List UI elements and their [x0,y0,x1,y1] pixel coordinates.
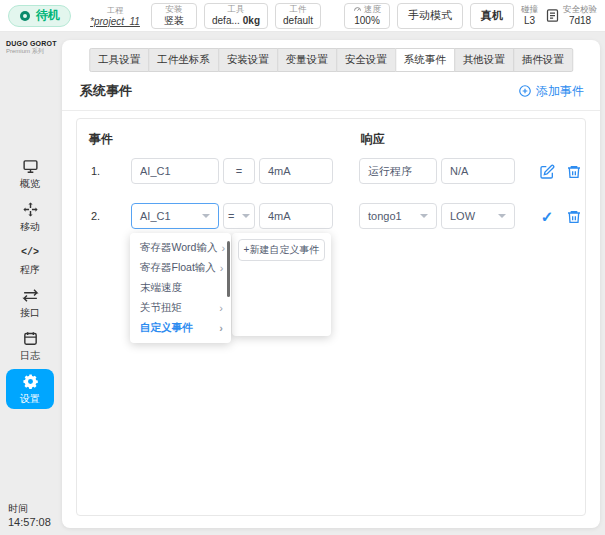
row1-event-source-input[interactable] [131,158,219,184]
sidebar-item-label: 概览 [20,177,40,191]
gear-icon [22,373,39,390]
dropdown-item-tcp-speed[interactable]: 末端速度 [130,278,231,298]
dropdown-item-register-float-input[interactable]: 寄存器Float输入 › [130,258,231,278]
chevron-down-icon [498,214,506,218]
real-machine-button[interactable]: 真机 [470,3,514,29]
sidebar: DUGO GOROT Premium 系列 概览 移动 </> 程序 接口 [0,32,60,535]
tab-safety-settings[interactable]: 安全设置 [336,48,396,72]
sidebar-item-overview[interactable]: 概览 [6,154,54,194]
tab-install-settings[interactable]: 安装设置 [218,48,278,72]
workpiece-selector[interactable]: 工件 default [275,3,321,29]
sidebar-item-interface[interactable]: 接口 [6,283,54,323]
project-name: *project_11 [86,16,144,27]
dropdown-item-label: 末端速度 [140,281,182,295]
content-header: 系统事件 添加事件 [80,80,584,102]
logo-subtitle: Premium 系列 [6,48,58,55]
new-custom-event-button[interactable]: +新建自定义事件 [238,239,325,261]
chevron-down-icon [242,214,250,218]
time-value: 14:57:08 [8,515,51,529]
sidebar-item-settings[interactable]: 设置 [6,369,54,409]
chevron-down-icon [202,214,210,218]
safety-code: 7d18 [563,15,597,28]
safety-check-indicator[interactable]: 安全校验 7d18 [545,4,597,27]
chevron-right-icon: › [219,302,223,314]
row2-operator-select[interactable]: = [223,203,255,229]
sidebar-item-label: 接口 [20,306,40,320]
edit-pencil-icon [539,164,555,180]
trash-icon [566,164,582,180]
row2-confirm-button[interactable]: ✓ [537,207,557,227]
dropdown-item-register-word-input[interactable]: 寄存器Word输入 › [130,238,231,258]
dropdown-item-joint-torque[interactable]: 关节扭矩 › [130,298,231,318]
collision-indicator[interactable]: 碰撞 L3 [521,4,538,27]
safety-doc-icon [545,8,560,23]
column-header-response: 响应 [361,131,385,148]
column-header-event: 事件 [89,131,113,148]
sidebar-item-program[interactable]: </> 程序 [6,240,54,280]
tool-label: 工具 [228,5,245,15]
header-divider [62,110,600,111]
project-selector[interactable]: 工程 *project_11 [86,5,144,27]
event-source-dropdown-menu: 寄存器Word输入 › 寄存器Float输入 › 末端速度 关节扭矩 › 自定义… [130,233,231,343]
speed-selector[interactable]: 速度 100% [344,3,390,29]
dropdown-item-custom-event[interactable]: 自定义事件 › [130,318,231,338]
row2-delete-button[interactable] [564,207,584,227]
sidebar-item-log[interactable]: 日志 [6,326,54,366]
row2-response-param-value: LOW [450,210,475,222]
row2-response-action-select[interactable]: tongo1 [359,203,437,229]
tab-other-settings[interactable]: 其他设置 [454,48,514,72]
dropdown-scrollbar[interactable] [227,241,230,297]
swap-arrows-icon [22,287,39,304]
sidebar-item-label: 日志 [20,349,40,363]
robot-status-badge[interactable]: 待机 [8,5,71,27]
add-event-button[interactable]: 添加事件 [518,83,584,100]
row2-response-action-value: tongo1 [368,210,402,222]
row1-delete-button[interactable] [564,162,584,182]
row1-value-field[interactable]: 4mA [259,158,333,184]
row1-response-param-field[interactable]: N/A [441,158,515,184]
move-arrows-icon [22,201,39,218]
tool-selector[interactable]: 工具 defa... 0kg [204,3,268,29]
safety-label: 安全校验 [563,4,597,15]
row2-event-source-select[interactable]: AI_C1 [131,203,219,229]
tab-system-events[interactable]: 系统事件 [395,48,455,72]
row1-edit-button[interactable] [537,162,557,182]
row2-value-input[interactable] [259,203,333,229]
event-row-editing: 2. AI_C1 = tongo1 LOW ✓ [77,203,585,231]
row2-event-source-value: AI_C1 [140,210,171,222]
custom-event-submenu: +新建自定义事件 [232,233,331,336]
chevron-right-icon: › [221,242,225,254]
settings-tabs: 工具设置 工件坐标系 安装设置 变量设置 安全设置 系统事件 其他设置 插件设置 [89,48,573,72]
row1-response-action-field[interactable]: 运行程序 [359,158,437,184]
chevron-right-icon: › [219,322,223,334]
manual-mode-button[interactable]: 手动模式 [397,3,463,29]
app-logo: DUGO GOROT Premium 系列 [0,32,60,56]
tab-variable-settings[interactable]: 变量设置 [277,48,337,72]
install-selector[interactable]: 安装 竖装 [151,3,197,29]
row1-operator-field[interactable]: = [223,158,255,184]
install-label: 安装 [166,5,183,15]
chevron-right-icon: › [220,262,224,274]
tab-workpiece-coordinates[interactable]: 工件坐标系 [148,48,219,72]
row-index: 1. [91,165,100,177]
dropdown-item-label: 自定义事件 [140,321,193,335]
monitor-icon [22,158,39,175]
speed-label: 速度 [364,5,381,15]
workpiece-value: default [283,15,313,27]
project-label: 工程 [86,5,144,16]
robot-status-text: 待机 [36,7,60,24]
event-row: 1. = 4mA 运行程序 N/A [77,158,585,186]
row-index: 2. [91,210,100,222]
sidebar-item-move[interactable]: 移动 [6,197,54,237]
trash-icon [566,209,582,225]
tab-tool-settings[interactable]: 工具设置 [89,48,149,72]
row2-response-param-select[interactable]: LOW [441,203,515,229]
tool-weight: 0kg [243,15,260,27]
clock: 时间 14:57:08 [8,502,51,529]
tab-plugin-settings[interactable]: 插件设置 [513,48,573,72]
time-label: 时间 [8,502,51,515]
install-value: 竖装 [164,15,184,27]
dropdown-item-label: 寄存器Word输入 [140,241,217,255]
page-title: 系统事件 [80,82,132,100]
chevron-down-icon [420,214,428,218]
